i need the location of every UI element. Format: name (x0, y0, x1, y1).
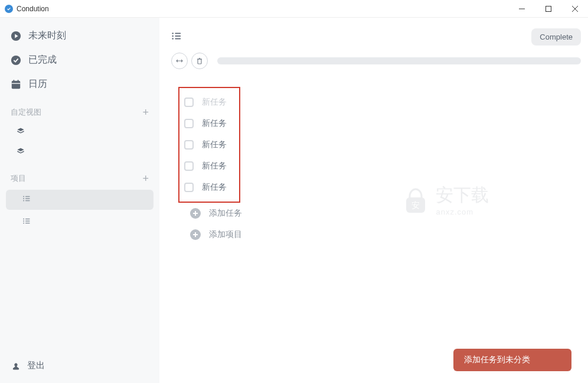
svg-rect-22 (25, 223, 30, 223)
plus-circle-icon (190, 208, 201, 219)
nav-label: 已完成 (28, 54, 57, 66)
window-controls (508, 0, 588, 18)
main-pane: Complete 新任务 新任务 新任务 新任务 新任务 添加任务 添加项目 (159, 18, 588, 383)
logout-label: 登出 (27, 360, 45, 371)
toolbar-row (171, 53, 581, 69)
svg-point-27 (172, 38, 174, 40)
add-custom-view-button[interactable]: + (142, 107, 149, 118)
logout-button[interactable]: 登出 (0, 354, 159, 377)
svg-point-19 (23, 220, 24, 222)
svg-point-11 (23, 196, 24, 197)
projects-header: 项目 + (0, 168, 159, 189)
project-heading-icon (171, 31, 182, 44)
add-task-label: 添加任务 (209, 208, 242, 219)
delete-button[interactable] (191, 53, 208, 69)
task-label: 新任务 (202, 118, 227, 129)
svg-point-13 (23, 198, 24, 199)
check-circle-icon (11, 55, 21, 66)
add-project-button[interactable]: + (142, 173, 149, 184)
task-label: 新任务 (202, 161, 227, 171)
layers-icon (17, 147, 25, 155)
project-item[interactable] (6, 212, 153, 232)
svg-point-15 (23, 200, 24, 201)
nav-completed[interactable]: 已完成 (0, 48, 159, 72)
progress-bar (217, 57, 581, 64)
list-icon (22, 217, 31, 225)
minimize-button[interactable] (508, 0, 535, 18)
list-icon (171, 31, 182, 41)
svg-point-21 (23, 222, 24, 223)
nav-calendar[interactable]: 日历 (0, 72, 159, 96)
task-row[interactable]: 新任务 (179, 92, 237, 113)
svg-rect-16 (25, 200, 30, 201)
app-icon (5, 5, 13, 13)
titlebar: Condution (0, 0, 588, 18)
add-task-button[interactable]: 添加任务 (178, 203, 581, 224)
list-icon (22, 194, 31, 203)
svg-point-23 (172, 33, 174, 34)
topbar: Complete (171, 28, 581, 46)
svg-rect-1 (545, 7, 551, 12)
nav-label: 未来时刻 (28, 30, 66, 42)
task-checkbox[interactable] (184, 183, 194, 192)
task-label: 新任务 (202, 182, 227, 193)
task-label: 新任务 (202, 97, 227, 108)
task-checkbox[interactable] (184, 161, 194, 171)
custom-view-item[interactable] (0, 142, 159, 163)
task-checkbox[interactable] (184, 140, 194, 150)
svg-rect-24 (175, 33, 181, 34)
nav-label: 日历 (28, 78, 47, 90)
task-row[interactable]: 新任务 (179, 134, 237, 155)
svg-rect-29 (198, 59, 201, 64)
layers-icon (17, 127, 25, 135)
svg-rect-9 (14, 79, 15, 82)
svg-point-25 (172, 35, 174, 37)
svg-point-17 (23, 218, 24, 219)
app-title: Condution (17, 5, 49, 13)
toggle-sequential-button[interactable] (171, 53, 188, 69)
toast-notification[interactable]: 添加任务到未分类 (453, 349, 571, 371)
task-checkbox[interactable] (184, 119, 194, 128)
svg-rect-18 (25, 219, 30, 219)
task-list: 新任务 新任务 新任务 新任务 新任务 添加任务 添加项目 (171, 87, 581, 245)
add-subproject-label: 添加项目 (209, 229, 242, 240)
svg-rect-10 (18, 79, 19, 82)
play-circle-icon (11, 31, 21, 41)
svg-rect-28 (175, 38, 181, 39)
task-checkbox[interactable] (184, 98, 194, 107)
plus-circle-icon (190, 229, 201, 240)
custom-view-item[interactable] (0, 122, 159, 142)
task-row[interactable]: 新任务 (179, 113, 237, 134)
svg-rect-20 (25, 220, 30, 221)
logout-icon (11, 361, 21, 371)
complete-button[interactable]: Complete (531, 28, 581, 46)
highlight-annotation: 新任务 新任务 新任务 新任务 新任务 (178, 87, 240, 203)
calendar-icon (11, 79, 21, 90)
custom-view-header: 自定视图 + (0, 102, 159, 122)
add-subproject-button[interactable]: 添加项目 (178, 224, 581, 245)
svg-rect-12 (25, 196, 30, 197)
section-label: 项目 (11, 173, 26, 184)
svg-point-5 (11, 55, 21, 64)
task-label: 新任务 (202, 139, 227, 150)
task-row[interactable]: 新任务 (179, 155, 237, 177)
project-item[interactable] (6, 190, 153, 210)
svg-rect-14 (25, 198, 30, 199)
maximize-button[interactable] (535, 0, 561, 18)
sidebar: 未来时刻 已完成 日历 自定视图 + 项目 + (0, 18, 159, 383)
section-label: 自定视图 (11, 107, 41, 118)
close-button[interactable] (561, 0, 588, 18)
svg-rect-26 (175, 35, 181, 37)
nav-upcoming[interactable]: 未来时刻 (0, 24, 159, 48)
task-row[interactable]: 新任务 (179, 177, 237, 198)
